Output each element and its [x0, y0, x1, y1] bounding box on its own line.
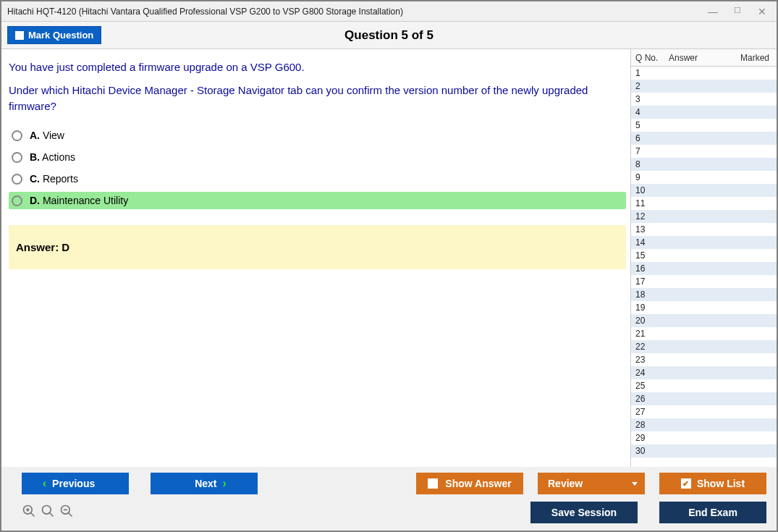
question-line-1: You have just completed a firmware upgra… [9, 59, 626, 75]
question-pane: You have just completed a firmware upgra… [1, 49, 630, 467]
mark-question-button[interactable]: Mark Question [7, 26, 101, 44]
list-item[interactable]: 14 [631, 236, 777, 249]
show-answer-button[interactable]: Show Answer [416, 473, 523, 494]
chevron-down-icon [632, 482, 638, 486]
previous-button[interactable]: ‹ Previous [22, 473, 129, 494]
question-heading: Question 5 of 5 [1, 28, 777, 43]
button-row-1: ‹ Previous Next › Show Answer Review ✔ S… [22, 473, 766, 494]
list-item[interactable]: 20 [631, 314, 777, 327]
button-row-2: Save Session End Exam [22, 502, 766, 523]
list-item[interactable]: 10 [631, 184, 777, 197]
review-label: Review [548, 478, 583, 489]
svg-line-1 [31, 512, 35, 516]
list-item[interactable]: 8 [631, 158, 777, 171]
titlebar: Hitachi HQT-4120 (Hitachi Vantara Qualif… [1, 1, 777, 22]
option-label: A. View [30, 130, 64, 141]
close-icon[interactable]: ✕ [756, 6, 768, 17]
list-item[interactable]: 4 [631, 106, 777, 119]
question-line-2: Under which Hitachi Device Manager - Sto… [9, 83, 626, 114]
checkbox-icon [15, 31, 24, 40]
list-item[interactable]: 5 [631, 119, 777, 132]
option-C[interactable]: C. Reports [9, 170, 626, 187]
list-item[interactable]: 27 [631, 405, 777, 418]
option-label: B. Actions [30, 151, 75, 163]
option-B[interactable]: B. Actions [9, 148, 626, 166]
list-item[interactable]: 16 [631, 262, 777, 275]
list-item[interactable]: 25 [631, 379, 777, 392]
list-item[interactable]: 17 [631, 275, 777, 288]
option-A[interactable]: A. View [9, 127, 626, 144]
list-item[interactable]: 1 [631, 67, 777, 80]
next-label: Next [195, 478, 216, 489]
next-button[interactable]: Next › [151, 473, 258, 494]
previous-label: Previous [52, 478, 95, 489]
list-item[interactable]: 15 [631, 249, 777, 262]
svg-line-7 [69, 512, 72, 516]
list-item[interactable]: 23 [631, 353, 777, 366]
list-item[interactable]: 22 [631, 340, 777, 353]
col-marked: Marked [733, 50, 777, 66]
zoom-out-icon[interactable] [59, 504, 74, 522]
end-exam-label: End Exam [688, 507, 737, 518]
top-toolbar: Mark Question Question 5 of 5 [1, 22, 777, 49]
radio-icon [12, 195, 22, 206]
check-icon: ✔ [681, 478, 691, 489]
list-item[interactable]: 13 [631, 223, 777, 236]
list-item[interactable]: 12 [631, 210, 777, 223]
list-item[interactable]: 18 [631, 288, 777, 301]
list-item[interactable]: 9 [631, 171, 777, 184]
question-list-header: Q No. Answer Marked [631, 49, 777, 67]
option-D[interactable]: D. Maintenance Utility [9, 192, 626, 209]
save-session-label: Save Session [551, 507, 617, 518]
list-item[interactable]: 26 [631, 392, 777, 405]
list-item[interactable]: 2 [631, 80, 777, 93]
zoom-in-icon[interactable] [22, 504, 36, 522]
list-item[interactable]: 3 [631, 93, 777, 106]
review-button[interactable]: Review [538, 473, 645, 494]
radio-icon [12, 174, 22, 185]
answer-box: Answer: D [9, 225, 626, 269]
col-qno: Q No. [631, 50, 664, 66]
svg-point-4 [43, 505, 51, 514]
zoom-controls [22, 504, 74, 522]
question-list-panel: Q No. Answer Marked 12345678910111213141… [630, 49, 777, 467]
zoom-reset-icon[interactable] [41, 504, 55, 522]
list-item[interactable]: 24 [631, 366, 777, 379]
list-item[interactable]: 6 [631, 132, 777, 145]
list-item[interactable]: 7 [631, 145, 777, 158]
list-item[interactable]: 29 [631, 431, 777, 444]
show-list-label: Show List [697, 478, 745, 489]
save-session-button[interactable]: Save Session [530, 502, 638, 523]
option-label: D. Maintenance Utility [30, 195, 128, 206]
radio-icon [12, 130, 22, 141]
show-list-button[interactable]: ✔ Show List [659, 473, 766, 494]
question-text: You have just completed a firmware upgra… [9, 59, 626, 114]
radio-icon [12, 152, 22, 163]
window-title: Hitachi HQT-4120 (Hitachi Vantara Qualif… [7, 7, 707, 17]
end-exam-button[interactable]: End Exam [659, 502, 766, 523]
list-item[interactable]: 30 [631, 444, 777, 457]
svg-line-5 [50, 512, 54, 516]
list-item[interactable]: 19 [631, 301, 777, 314]
show-answer-label: Show Answer [445, 478, 511, 489]
options-list: A. ViewB. ActionsC. ReportsD. Maintenanc… [9, 127, 626, 209]
minimize-icon[interactable]: — [707, 6, 719, 17]
list-item[interactable]: 28 [631, 418, 777, 431]
chevron-right-icon: › [223, 477, 227, 490]
maximize-icon[interactable]: ☐ [732, 6, 743, 17]
body-area: You have just completed a firmware upgra… [1, 49, 777, 467]
option-label: C. Reports [30, 173, 78, 185]
mark-question-label: Mark Question [28, 30, 93, 41]
square-icon [428, 478, 438, 489]
bottom-bar: ‹ Previous Next › Show Answer Review ✔ S… [1, 467, 777, 531]
question-list-rows[interactable]: 1234567891011121314151617181920212223242… [631, 67, 777, 467]
list-item[interactable]: 11 [631, 197, 777, 210]
list-item[interactable]: 21 [631, 327, 777, 340]
app-window: Hitachi HQT-4120 (Hitachi Vantara Qualif… [0, 0, 778, 532]
chevron-left-icon: ‹ [43, 477, 46, 490]
window-controls: — ☐ ✕ [707, 6, 768, 17]
col-answer: Answer [664, 50, 733, 66]
